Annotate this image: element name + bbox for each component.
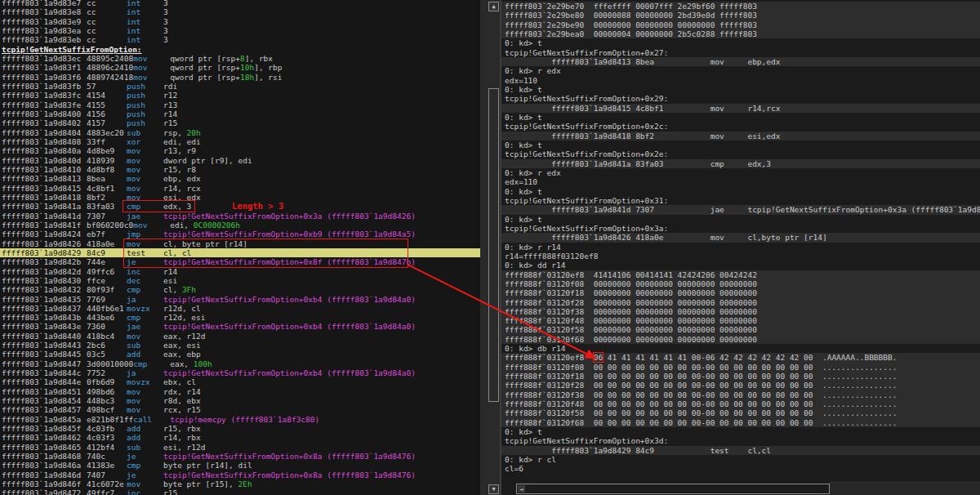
scroll-up-icon[interactable]: ▲ bbox=[488, 2, 499, 11]
output-line: ffff888f`03120f48 00000000 00000000 0000… bbox=[501, 316, 980, 325]
kd-prompt-line: 0: kd> t bbox=[501, 427, 980, 436]
kd-prompt-line: 0: kd> r r14 bbox=[501, 243, 980, 252]
disasm-line: fffff803`1a9d84473d00010000cmpeax, 100h bbox=[0, 359, 480, 368]
disasm-line: fffff803`1a9d841d7307jaetcpip!GetNextSuf… bbox=[0, 212, 480, 221]
disasm-line: fffff803`1a9d845ae821b8f1ffcalltcpip!mem… bbox=[0, 415, 480, 424]
kd-prompt-line: 0: kd> r cl bbox=[501, 455, 980, 464]
output-line: tcpip!GetNextSuffixFromOption+0x27: bbox=[501, 48, 980, 57]
disasm-line: fffff803`1a9d84188bf2movesi, edx bbox=[0, 193, 480, 202]
disasm-line: fffff803`1a9d84044883ec20subrsp, 20h bbox=[0, 128, 480, 137]
disasm-line: fffff803`1a9d8454448bc3movr8d, ebx bbox=[0, 396, 480, 405]
output-line: fffff803`1a9d841a 83fa03 cmp edx,3 bbox=[501, 159, 980, 168]
disasm-line: fffff803`1a9d84004156pushr14 bbox=[0, 109, 480, 118]
disasm-line: fffff803`1a9d84624c03f3addr14, rbx bbox=[0, 433, 480, 442]
disasm-line: fffff803`1a9d843b443be6cmpr12d, esi bbox=[0, 313, 480, 322]
disasm-line: fffff803`1a9d843e7360jaetcpip!GetNextSuf… bbox=[0, 322, 480, 331]
command-history-icon[interactable]: ◄ bbox=[518, 485, 525, 493]
disasm-line: fffff803`1a9d84104d8bf8movr15, r8 bbox=[0, 165, 480, 174]
output-line: ffff888f`03120f58 00000000 00000000 0000… bbox=[501, 325, 980, 334]
disasm-line: fffff803`1a9d84154c8bf1movr14, rcx bbox=[0, 184, 480, 193]
kd-prompt-line: 0: kd> r edx bbox=[501, 66, 980, 75]
output-line: tcpip!GetNextSuffixFromOption+0x2c: bbox=[501, 122, 980, 131]
disasm-line: fffff803`1a9d83fc4154pushr12 bbox=[0, 91, 480, 100]
disasm-line: fffff803`1a9d83ebccint3 bbox=[0, 35, 480, 44]
disasm-line: fffff803`1a9d844503c5addeax, ebp bbox=[0, 350, 480, 359]
kd-prompt-line: 0: kd> t bbox=[501, 113, 980, 122]
output-line: fffff803`2e29bea0 00000004 00000000 2b5c… bbox=[501, 29, 980, 38]
output-line: tcpip!GetNextSuffixFromOption+0x31: bbox=[501, 196, 980, 205]
kd-prompt-line: 0: kd> db r14 bbox=[501, 344, 980, 353]
windbg-screen: fffff803`1a9d83e7ccint3fffff803`1a9d83e8… bbox=[0, 0, 980, 495]
output-line: fffff803`1a9d8426 418a0e mov cl,byte ptr… bbox=[501, 233, 980, 242]
kd-prompt-line: 0: kd> t bbox=[501, 85, 980, 94]
disasm-line: fffff803`1a9d84432bc6subeax, esi bbox=[0, 341, 480, 350]
kd-prompt-line: 0: kd> t bbox=[501, 38, 980, 47]
kd-prompt-line: 0: kd> r edx bbox=[501, 168, 980, 177]
output-line: ffff888f`03120f28 00 00 00 00 00 00 00 0… bbox=[501, 381, 980, 390]
command-input[interactable] bbox=[527, 484, 827, 493]
status-fill bbox=[830, 481, 980, 495]
scrollbar-thumb[interactable] bbox=[488, 88, 499, 402]
output-line: tcpip!GetNextSuffixFromOption+0x3a: bbox=[501, 224, 980, 233]
output-line: ffff888f`03120f38 00000000 00000000 0000… bbox=[501, 307, 980, 316]
disasm-line: fffff803`1a9d8437440fb6e1movzxr12d, cl bbox=[0, 304, 480, 313]
output-line: tcpip!GetNextSuffixFromOption+0x3d: bbox=[501, 436, 980, 445]
output-line: fffff803`1a9d8413 8bea mov ebp,edx bbox=[501, 57, 980, 66]
disasm-line: fffff803`1a9d842d49ffc6incr14 bbox=[0, 267, 480, 276]
output-line: ffff888f`03120f68 00000000 00000000 0000… bbox=[501, 335, 980, 344]
disasm-line: fffff803`1a9d83fe4155pushr13 bbox=[0, 100, 480, 109]
disasm-line: fffff803`1a9d840a4d8be9movr13, r9 bbox=[0, 146, 480, 155]
disasm-line: fffff803`1a9d8465412bf4subesi, r12d bbox=[0, 443, 480, 452]
output-line: fffff803`1a9d8418 8bf2 mov esi,edx bbox=[501, 132, 980, 140]
disasm-line: fffff803`1a9d83e7ccint3 bbox=[0, 0, 480, 7]
disasm-line: fffff803`1a9d847249ffc7incr15 bbox=[0, 488, 480, 495]
disasm-line: fffff803`1a9d84024157pushr15 bbox=[0, 118, 480, 127]
output-line: fffff803`2e29be80 00000088 00000000 2bd3… bbox=[501, 11, 980, 20]
disasm-line: fffff803`1a9d83fb57pushrdi bbox=[0, 82, 480, 91]
disasm-line: fffff803`1a9d8424eb7fjmptcpip!GetNextSuf… bbox=[0, 230, 480, 239]
output-line: ffff888f`03120f58 00 00 00 00 00 00 00 0… bbox=[501, 408, 980, 417]
disasm-line: fffff803`1a9d840833ffxoredi, edi bbox=[0, 137, 480, 146]
output-line: ffff888f`03120f38 00 00 00 00 00 00 00 0… bbox=[501, 390, 980, 399]
disasm-line: fffff803`1a9d841fbf060200c0movedi, 0C000… bbox=[0, 221, 480, 230]
output-line: tcpip!GetNextSuffixFromOption+0x29: bbox=[501, 94, 980, 103]
disasm-line: fffff803`1a9d846a41383ecmpbyte ptr [r14]… bbox=[0, 461, 480, 470]
disasm-line: fffff803`1a9d846f41c6072emovbyte ptr [r1… bbox=[0, 479, 480, 488]
disasm-line: fffff803`1a9d8468740cjetcpip!GetNextSuff… bbox=[0, 452, 480, 461]
disassembly-pane[interactable]: fffff803`1a9d83e7ccint3fffff803`1a9d83e8… bbox=[0, 0, 480, 495]
disasm-line: fffff803`1a9d846d7407jetcpip!GetNextSuff… bbox=[0, 470, 480, 479]
command-input-box[interactable]: ◄ bbox=[516, 484, 830, 494]
disasm-line: fffff803`1a9d842b744ejetcpip!GetNextSuff… bbox=[0, 257, 480, 266]
output-line: fffff803`2e29be90 00000000 00000000 0000… bbox=[501, 20, 980, 29]
disasm-line: fffff803`1a9d83f64889742418movqword ptr … bbox=[0, 73, 480, 82]
output-line: tcpip!GetNextSuffixFromOption+0x2e: bbox=[501, 149, 980, 158]
output-line: cl=6 bbox=[501, 464, 980, 473]
disasm-line: fffff803`1a9d843280f93fcmpcl, 3Fh bbox=[0, 285, 480, 294]
kd-prompt-line: 0: kd> dd r14 bbox=[501, 261, 980, 270]
output-line: fffff803`1a9d8415 4c8bf1 mov r14,rcx bbox=[501, 104, 980, 113]
disasm-line: fffff803`1a9d83ec48895c2408movqword ptr … bbox=[0, 54, 480, 63]
output-line: ffff888f`03120f48 00 00 00 00 00 00 00 0… bbox=[501, 399, 980, 408]
output-line: edx=110 bbox=[501, 76, 980, 85]
disasm-line: fffff803`1a9d841a83fa03cmpedx, 3 bbox=[0, 202, 480, 211]
output-line: fffff803`1a9d8429 84c9 test cl,cl bbox=[501, 446, 980, 455]
kd-prompt-line: 0: kd> t bbox=[501, 187, 980, 196]
highlighted-byte: 06 bbox=[594, 353, 603, 362]
disasm-line: fffff803`1a9d8440418bc4moveax, r12d bbox=[0, 332, 480, 341]
disasm-line: fffff803`1a9d840d418939movdword ptr [r9]… bbox=[0, 156, 480, 165]
output-line: ffff888f`03120f18 00000000 00000000 0000… bbox=[501, 288, 980, 297]
disasm-line: fffff803`1a9d83e8ccint3 bbox=[0, 7, 480, 16]
output-line: r14=ffff888f03120ef8 bbox=[501, 252, 980, 261]
scroll-down-icon[interactable]: ▼ bbox=[488, 484, 499, 494]
disasm-line: fffff803`1a9d844c7752jatcpip!GetNextSuff… bbox=[0, 368, 480, 377]
output-line: fffff803`1a9d841d 7307 jae tcpip!GetNext… bbox=[501, 205, 980, 214]
function-label: tcpip!GetNextSuffixFromOption: bbox=[0, 45, 480, 54]
output-line: ffff888f`03120ef8 06 41 41 41 41 41 41 0… bbox=[501, 353, 980, 362]
output-line: ffff888f`03120f68 00 00 00 00 00 00 00 0… bbox=[501, 418, 980, 427]
disasm-line: fffff803`1a9d84357769jatcpip!GetNextSuff… bbox=[0, 295, 480, 304]
output-line: ffff888f`03120ef8 41414106 00414141 4242… bbox=[501, 270, 980, 279]
command-output-pane[interactable]: fffff803`2e29be70 fffeffff 00007fff 2e29… bbox=[501, 0, 980, 495]
disasm-line: fffff803`1a9d8430ffcedecesi bbox=[0, 276, 480, 285]
kd-prompt-line: 0: kd> t bbox=[501, 140, 980, 149]
output-line: ffff888f`03120f08 00000000 00000000 0000… bbox=[501, 279, 980, 288]
